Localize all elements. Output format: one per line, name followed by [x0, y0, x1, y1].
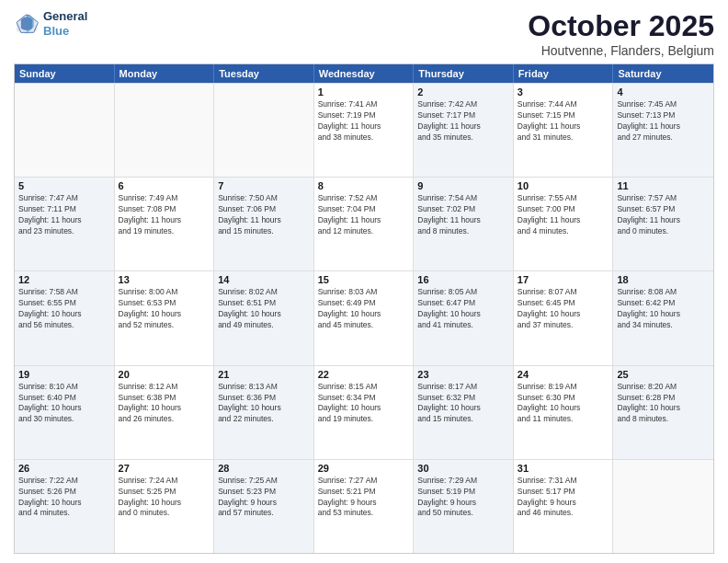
logo: General Blue — [14, 9, 87, 38]
day-number: 28 — [218, 463, 310, 474]
day-info: Sunrise: 7:27 AM Sunset: 5:21 PM Dayligh… — [318, 476, 410, 520]
calendar-cell-13: 13Sunrise: 8:00 AM Sunset: 6:53 PM Dayli… — [115, 271, 215, 364]
day-number: 18 — [617, 274, 710, 285]
calendar-cell-8: 8Sunrise: 7:52 AM Sunset: 7:04 PM Daylig… — [314, 178, 415, 270]
calendar-cell-7: 7Sunrise: 7:50 AM Sunset: 7:06 PM Daylig… — [214, 178, 314, 270]
calendar: SundayMondayTuesdayWednesdayThursdayFrid… — [14, 63, 714, 554]
day-number: 8 — [318, 180, 410, 191]
day-info: Sunrise: 7:54 AM Sunset: 7:02 PM Dayligh… — [417, 193, 509, 237]
day-number: 6 — [119, 180, 210, 191]
day-number: 20 — [119, 369, 210, 380]
day-info: Sunrise: 7:52 AM Sunset: 7:04 PM Dayligh… — [318, 193, 410, 237]
calendar-cell-17: 17Sunrise: 8:07 AM Sunset: 6:45 PM Dayli… — [514, 271, 614, 364]
day-number: 10 — [518, 180, 609, 191]
day-number: 15 — [318, 274, 410, 285]
calendar-cell-22: 22Sunrise: 8:15 AM Sunset: 6:34 PM Dayli… — [314, 366, 415, 459]
logo-line1: General — [43, 9, 87, 24]
day-number: 30 — [417, 463, 509, 474]
day-info: Sunrise: 7:41 AM Sunset: 7:19 PM Dayligh… — [318, 99, 410, 144]
day-number: 12 — [18, 274, 110, 285]
calendar-cell-18: 18Sunrise: 8:08 AM Sunset: 6:42 PM Dayli… — [613, 271, 713, 364]
calendar-cell-empty-0-1 — [115, 84, 215, 177]
calendar-row-5: 26Sunrise: 7:22 AM Sunset: 5:26 PM Dayli… — [15, 459, 713, 553]
title-area: October 2025 Houtvenne, Flanders, Belgiu… — [528, 9, 714, 58]
logo-icon — [14, 11, 40, 37]
day-info: Sunrise: 8:08 AM Sunset: 6:42 PM Dayligh… — [617, 287, 710, 331]
header: General Blue October 2025 Houtvenne, Fla… — [14, 9, 714, 58]
day-info: Sunrise: 8:07 AM Sunset: 6:45 PM Dayligh… — [518, 287, 609, 331]
day-info: Sunrise: 7:47 AM Sunset: 7:11 PM Dayligh… — [18, 193, 110, 237]
day-info: Sunrise: 7:22 AM Sunset: 5:26 PM Dayligh… — [18, 476, 110, 520]
day-info: Sunrise: 7:57 AM Sunset: 6:57 PM Dayligh… — [617, 193, 710, 237]
day-info: Sunrise: 7:44 AM Sunset: 7:15 PM Dayligh… — [518, 99, 609, 144]
day-info: Sunrise: 8:19 AM Sunset: 6:30 PM Dayligh… — [518, 382, 609, 426]
day-info: Sunrise: 7:29 AM Sunset: 5:19 PM Dayligh… — [417, 476, 509, 520]
day-info: Sunrise: 8:03 AM Sunset: 6:49 PM Dayligh… — [318, 287, 410, 331]
calendar-cell-31: 31Sunrise: 7:31 AM Sunset: 5:17 PM Dayli… — [514, 460, 614, 553]
day-number: 25 — [617, 369, 710, 380]
weekday-header-sunday: Sunday — [15, 64, 115, 83]
day-number: 23 — [417, 369, 509, 380]
day-number: 14 — [218, 274, 310, 285]
logo-text: General Blue — [43, 9, 87, 38]
day-number: 31 — [518, 463, 609, 474]
calendar-cell-11: 11Sunrise: 7:57 AM Sunset: 6:57 PM Dayli… — [613, 178, 713, 270]
day-info: Sunrise: 7:50 AM Sunset: 7:06 PM Dayligh… — [218, 193, 310, 237]
day-number: 29 — [318, 463, 410, 474]
day-info: Sunrise: 8:00 AM Sunset: 6:53 PM Dayligh… — [119, 287, 210, 331]
calendar-cell-4: 4Sunrise: 7:45 AM Sunset: 7:13 PM Daylig… — [613, 84, 713, 177]
day-number: 11 — [617, 180, 710, 191]
day-info: Sunrise: 8:20 AM Sunset: 6:28 PM Dayligh… — [617, 382, 710, 426]
day-info: Sunrise: 8:13 AM Sunset: 6:36 PM Dayligh… — [218, 382, 310, 426]
calendar-row-4: 19Sunrise: 8:10 AM Sunset: 6:40 PM Dayli… — [15, 365, 713, 459]
calendar-cell-23: 23Sunrise: 8:17 AM Sunset: 6:32 PM Dayli… — [414, 366, 514, 459]
day-info: Sunrise: 7:45 AM Sunset: 7:13 PM Dayligh… — [617, 99, 710, 144]
day-number: 27 — [119, 463, 210, 474]
day-number: 21 — [218, 369, 310, 380]
day-number: 9 — [417, 180, 509, 191]
location: Houtvenne, Flanders, Belgium — [528, 43, 714, 58]
day-number: 16 — [417, 274, 509, 285]
weekday-header-friday: Friday — [514, 64, 614, 83]
day-info: Sunrise: 7:24 AM Sunset: 5:25 PM Dayligh… — [119, 476, 210, 520]
day-number: 2 — [417, 86, 509, 98]
calendar-cell-9: 9Sunrise: 7:54 AM Sunset: 7:02 PM Daylig… — [414, 178, 514, 270]
calendar-cell-25: 25Sunrise: 8:20 AM Sunset: 6:28 PM Dayli… — [613, 366, 713, 459]
day-info: Sunrise: 8:15 AM Sunset: 6:34 PM Dayligh… — [318, 382, 410, 426]
calendar-cell-14: 14Sunrise: 8:02 AM Sunset: 6:51 PM Dayli… — [214, 271, 314, 364]
day-number: 5 — [18, 180, 110, 191]
day-number: 24 — [518, 369, 609, 380]
day-info: Sunrise: 8:05 AM Sunset: 6:47 PM Dayligh… — [417, 287, 509, 331]
day-number: 1 — [318, 86, 410, 98]
weekday-header-monday: Monday — [115, 64, 215, 83]
calendar-header: SundayMondayTuesdayWednesdayThursdayFrid… — [15, 64, 713, 83]
day-info: Sunrise: 8:10 AM Sunset: 6:40 PM Dayligh… — [18, 382, 110, 426]
calendar-cell-empty-0-2 — [214, 84, 314, 177]
weekday-header-thursday: Thursday — [414, 64, 514, 83]
day-info: Sunrise: 7:31 AM Sunset: 5:17 PM Dayligh… — [518, 476, 609, 520]
day-info: Sunrise: 7:25 AM Sunset: 5:23 PM Dayligh… — [218, 476, 310, 520]
day-info: Sunrise: 7:49 AM Sunset: 7:08 PM Dayligh… — [119, 193, 210, 237]
calendar-cell-15: 15Sunrise: 8:03 AM Sunset: 6:49 PM Dayli… — [314, 271, 415, 364]
day-info: Sunrise: 8:12 AM Sunset: 6:38 PM Dayligh… — [119, 382, 210, 426]
day-number: 3 — [518, 86, 609, 98]
day-info: Sunrise: 8:17 AM Sunset: 6:32 PM Dayligh… — [417, 382, 509, 426]
calendar-cell-2: 2Sunrise: 7:42 AM Sunset: 7:17 PM Daylig… — [414, 84, 514, 177]
calendar-cell-29: 29Sunrise: 7:27 AM Sunset: 5:21 PM Dayli… — [314, 460, 415, 553]
calendar-cell-16: 16Sunrise: 8:05 AM Sunset: 6:47 PM Dayli… — [414, 271, 514, 364]
calendar-cell-27: 27Sunrise: 7:24 AM Sunset: 5:25 PM Dayli… — [115, 460, 215, 553]
calendar-cell-12: 12Sunrise: 7:58 AM Sunset: 6:55 PM Dayli… — [15, 271, 115, 364]
day-info: Sunrise: 8:02 AM Sunset: 6:51 PM Dayligh… — [218, 287, 310, 331]
calendar-cell-28: 28Sunrise: 7:25 AM Sunset: 5:23 PM Dayli… — [214, 460, 314, 553]
calendar-cell-6: 6Sunrise: 7:49 AM Sunset: 7:08 PM Daylig… — [115, 178, 215, 270]
day-number: 26 — [18, 463, 110, 474]
day-number: 22 — [318, 369, 410, 380]
weekday-header-saturday: Saturday — [613, 64, 713, 83]
calendar-cell-30: 30Sunrise: 7:29 AM Sunset: 5:19 PM Dayli… — [414, 460, 514, 553]
calendar-cell-5: 5Sunrise: 7:47 AM Sunset: 7:11 PM Daylig… — [15, 178, 115, 270]
calendar-cell-26: 26Sunrise: 7:22 AM Sunset: 5:26 PM Dayli… — [15, 460, 115, 553]
calendar-cell-21: 21Sunrise: 8:13 AM Sunset: 6:36 PM Dayli… — [214, 366, 314, 459]
calendar-cell-1: 1Sunrise: 7:41 AM Sunset: 7:19 PM Daylig… — [314, 84, 415, 177]
day-info: Sunrise: 7:55 AM Sunset: 7:00 PM Dayligh… — [518, 193, 609, 237]
calendar-cell-10: 10Sunrise: 7:55 AM Sunset: 7:00 PM Dayli… — [514, 178, 614, 270]
